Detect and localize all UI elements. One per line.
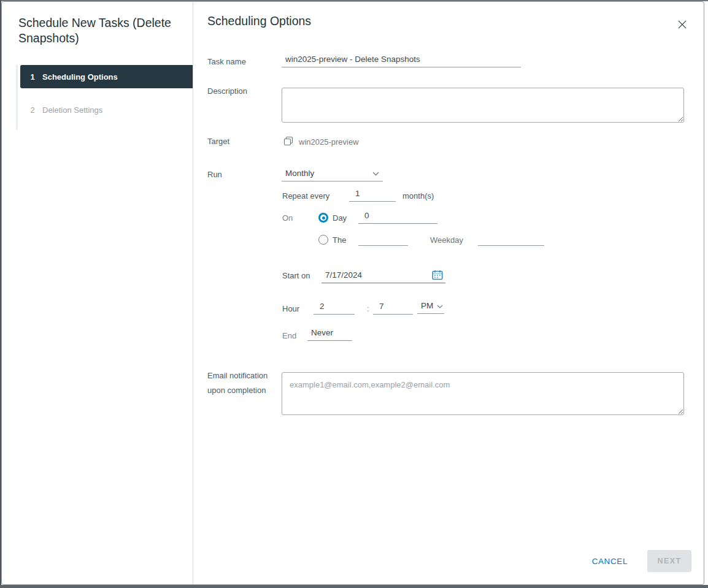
- end-value: Never: [311, 328, 333, 337]
- the-radio-label: The: [333, 235, 346, 245]
- end-select[interactable]: Never: [307, 326, 352, 341]
- vm-icon: [283, 136, 293, 148]
- email-label-line1: Email notification: [207, 371, 267, 380]
- task-name-input[interactable]: [282, 55, 521, 67]
- target-value-row: win2025-preview: [283, 136, 359, 148]
- day-radio-label: Day: [333, 213, 347, 223]
- target-vm-name: win2025-preview: [299, 137, 359, 147]
- the-radio[interactable]: [318, 235, 328, 245]
- repeat-every-label: Repeat every: [282, 191, 329, 200]
- weekday-label: Weekday: [430, 235, 463, 245]
- start-on-label: Start on: [282, 271, 310, 280]
- meridiem-value: PM: [421, 301, 433, 310]
- day-of-month-input[interactable]: [358, 211, 437, 224]
- schedule-task-dialog: Schedule New Tasks (Delete Snapshots) 1 …: [1, 1, 704, 585]
- meridiem-select[interactable]: PM: [417, 299, 444, 314]
- description-label: Description: [207, 86, 247, 96]
- run-label: Run: [207, 170, 222, 179]
- start-date-field: [321, 269, 445, 283]
- run-frequency-select[interactable]: Monthly: [282, 165, 383, 181]
- wizard-title: Schedule New Tasks (Delete Snapshots): [18, 15, 180, 46]
- wizard-steps: 1 Scheduling Options 2 Deletion Settings: [2, 65, 193, 121]
- hour-label: Hour: [282, 304, 299, 313]
- time-separator: :: [367, 304, 369, 313]
- screen: Schedule New Tasks (Delete Snapshots) 1 …: [0, 0, 708, 588]
- step-number: 2: [29, 105, 36, 115]
- target-label: Target: [207, 137, 229, 146]
- wizard-sidebar: Schedule New Tasks (Delete Snapshots) 1 …: [2, 2, 193, 584]
- email-label-line2: upon completion: [207, 386, 266, 395]
- step-number: 1: [29, 72, 36, 82]
- wizard-main-pane: Scheduling Options Task name Description…: [193, 2, 704, 584]
- step-label: Deletion Settings: [42, 105, 102, 115]
- day-radio[interactable]: [318, 213, 328, 223]
- email-notification-textarea[interactable]: [282, 372, 684, 415]
- week-ordinal-input[interactable]: [358, 233, 408, 246]
- run-selected-value: Monthly: [285, 169, 314, 178]
- page-title: Scheduling Options: [207, 14, 311, 28]
- close-icon[interactable]: [677, 19, 688, 30]
- page-edge-bottom: [0, 585, 708, 588]
- calendar-icon[interactable]: [432, 270, 443, 280]
- next-button[interactable]: NEXT: [647, 550, 691, 572]
- start-date-input[interactable]: [325, 270, 399, 280]
- cancel-button[interactable]: CANCEL: [588, 556, 631, 567]
- hour-input[interactable]: [314, 302, 355, 315]
- end-label: End: [282, 331, 296, 340]
- repeat-unit-label: month(s): [402, 191, 434, 200]
- task-name-label: Task name: [207, 57, 246, 66]
- chevron-down-icon: [372, 169, 379, 178]
- sidebar-step-deletion-settings[interactable]: 2 Deletion Settings: [20, 98, 193, 121]
- minute-input[interactable]: [373, 302, 413, 315]
- sidebar-step-scheduling-options[interactable]: 1 Scheduling Options: [20, 65, 193, 88]
- repeat-every-input[interactable]: [349, 189, 396, 202]
- description-textarea[interactable]: [282, 88, 684, 123]
- step-track: [16, 65, 18, 130]
- on-label: On: [282, 213, 293, 223]
- chevron-down-icon: [437, 301, 443, 310]
- step-label: Scheduling Options: [42, 72, 118, 82]
- weekday-input[interactable]: [478, 233, 544, 246]
